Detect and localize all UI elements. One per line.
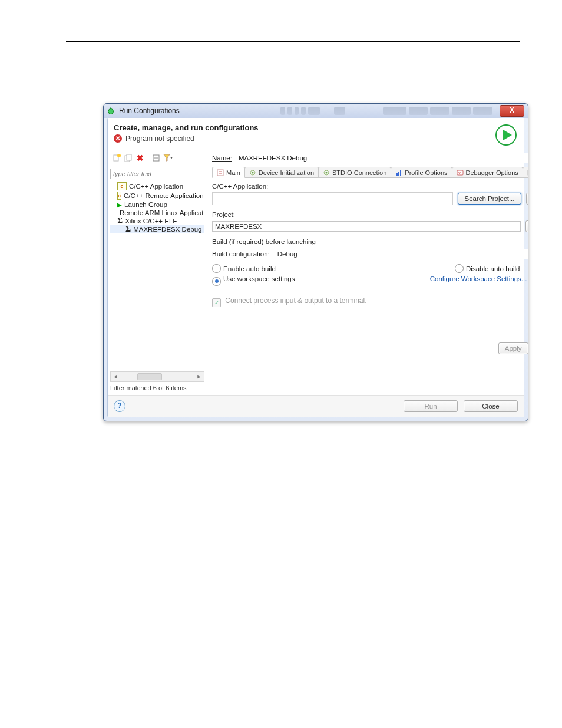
- radio-icon: [212, 277, 221, 286]
- svg-rect-24: [398, 172, 399, 176]
- svg-rect-23: [396, 173, 398, 176]
- radio-enable-auto-build[interactable]: Enable auto build: [212, 264, 276, 273]
- main-panel: Name: MAXREFDESX Debug Main: [207, 149, 528, 395]
- scroll-right-icon[interactable]: ►: [194, 374, 204, 380]
- c-file-icon: c: [117, 182, 127, 190]
- filter-count-label: Filter matched 6 of 6 items: [110, 382, 204, 391]
- sidebar-scrollbar[interactable]: ◄ ►: [110, 371, 204, 382]
- tree-item-c-cpp-application[interactable]: c C/C++ Application: [110, 182, 204, 191]
- window-close-button[interactable]: X: [500, 105, 524, 117]
- configure-workspace-settings-link[interactable]: Configure Workspace Settings...: [430, 275, 527, 286]
- tree-item-xilinx-elf[interactable]: Σ Xilinx C/C++ ELF: [110, 217, 204, 225]
- radio-label: Disable auto build: [466, 265, 520, 272]
- capp-label: C/C++ Application:: [212, 183, 528, 190]
- radio-icon: [212, 264, 221, 273]
- tree-label: Launch Group: [124, 201, 167, 208]
- dialog-heading: Create, manage, and run configurations: [114, 123, 518, 132]
- tree-label: Remote ARM Linux Applicati: [120, 209, 204, 216]
- checkbox-icon[interactable]: [212, 298, 221, 307]
- tab-label: DDevice Initializationevice Initializati…: [259, 169, 314, 176]
- dialog-header: Create, manage, and run configurations ✕…: [108, 118, 524, 149]
- svg-point-9: [117, 154, 121, 157]
- bug-icon: [106, 106, 115, 116]
- titlebar-blur: [280, 104, 492, 118]
- play-icon: ▶: [117, 202, 122, 208]
- tree-item-remote-arm-linux[interactable]: Remote ARM Linux Applicati: [110, 209, 204, 217]
- run-configurations-window: Run Configurations X Create, manage, and…: [103, 103, 528, 421]
- duplicate-config-icon[interactable]: [123, 153, 134, 163]
- tree-label: Xilinx C/C++ ELF: [125, 218, 177, 225]
- config-tree[interactable]: c C/C++ Application c C/C++ Remote Appli…: [110, 182, 204, 369]
- connect-terminal-label: Connect process input & output to a term…: [225, 297, 366, 305]
- search-project-button[interactable]: Search Project...: [458, 193, 521, 205]
- svg-rect-11: [127, 154, 131, 160]
- project-label: Project:Project:: [212, 211, 528, 218]
- window-title: Run Configurations: [119, 107, 180, 115]
- common-tab-icon: [527, 169, 528, 176]
- browse-capp-button[interactable]: Browse...Browse...: [526, 193, 529, 205]
- status-text: Program not specified: [125, 134, 194, 143]
- c-file-icon: c: [117, 192, 121, 200]
- radio-label: Enable auto build: [223, 265, 276, 272]
- error-icon: ✕: [114, 134, 122, 143]
- svg-rect-16: [217, 170, 223, 176]
- gear-icon: [323, 169, 330, 176]
- svg-point-22: [326, 172, 328, 174]
- tab-main[interactable]: Main: [212, 167, 245, 178]
- build-group-title: Build (if required) before launching: [212, 238, 528, 245]
- svg-point-0: [108, 109, 114, 114]
- build-config-label: Build configuration:: [212, 251, 270, 258]
- collapse-all-icon[interactable]: [151, 153, 161, 163]
- profile-icon: [395, 169, 402, 176]
- tree-label: C/C++ Application: [129, 183, 183, 190]
- delete-config-icon[interactable]: ✖: [135, 153, 146, 163]
- filter-input[interactable]: [110, 169, 204, 179]
- run-button[interactable]: Run: [404, 400, 458, 412]
- capp-field[interactable]: [212, 192, 453, 205]
- project-field[interactable]: MAXREFDESX: [212, 221, 521, 232]
- radio-label: Use workspace settings: [223, 275, 295, 282]
- apply-button[interactable]: ApplyApply: [498, 342, 528, 354]
- browse-project-button[interactable]: Browse...Browse...: [525, 220, 528, 232]
- svg-marker-15: [170, 157, 173, 159]
- tree-label: MAXREFDESX Debug: [133, 226, 201, 233]
- tree-item-maxrefdesx-debug[interactable]: Σ MAXREFDESX Debug: [110, 225, 204, 233]
- debugger-icon: x: [457, 169, 464, 176]
- tab-debugger-options[interactable]: x Debugger OptionsDebugger Options: [452, 167, 523, 177]
- tab-stdio-connection[interactable]: STDIO Connection: [318, 167, 391, 177]
- filter-menu-icon[interactable]: [163, 153, 173, 163]
- tab-label: Profile OptionsProfile Options: [405, 169, 447, 176]
- new-config-icon[interactable]: [111, 153, 122, 163]
- radio-icon: [455, 264, 464, 273]
- sidebar: ✖ c C/C++ Application: [108, 149, 207, 395]
- radio-use-workspace-settings[interactable]: Use workspace settings: [212, 275, 295, 286]
- tree-item-c-cpp-remote-application[interactable]: c C/C++ Remote Application: [110, 191, 204, 200]
- titlebar: Run Configurations X: [104, 104, 528, 118]
- svg-rect-25: [400, 170, 401, 176]
- tabbar: Main DDevice Initializationevice Initial…: [212, 167, 528, 178]
- tab-label: STDIO Connection: [332, 169, 386, 176]
- tree-label: C/C++ Remote Application: [124, 192, 204, 199]
- name-field[interactable]: MAXREFDESX Debug: [236, 153, 528, 163]
- sidebar-toolbar: ✖: [110, 151, 204, 166]
- tab-device-initialization[interactable]: DDevice Initializationevice Initializati…: [244, 167, 319, 177]
- build-config-select[interactable]: Debug ▼: [275, 249, 528, 259]
- radio-disable-auto-build[interactable]: Disable auto build: [455, 264, 520, 273]
- svg-text:x: x: [458, 170, 461, 176]
- scroll-left-icon[interactable]: ◄: [111, 374, 120, 380]
- tab-label: Debugger OptionsDebugger Options: [466, 169, 518, 176]
- tab-common[interactable]: CommonCommon: [523, 167, 528, 177]
- tree-item-launch-group[interactable]: ▶ Launch Group: [110, 200, 204, 209]
- select-value: Debug: [277, 251, 297, 258]
- svg-marker-14: [164, 154, 170, 161]
- tab-profile-options[interactable]: Profile OptionsProfile Options: [391, 167, 452, 177]
- run-icon: [494, 123, 518, 147]
- help-icon[interactable]: ?: [114, 400, 125, 412]
- page-rule: [66, 41, 520, 42]
- sigma-icon: Σ: [125, 226, 131, 233]
- gear-icon: [249, 169, 256, 176]
- main-tab-icon: [217, 169, 224, 176]
- scroll-thumb[interactable]: [137, 373, 162, 380]
- close-button[interactable]: Close: [464, 400, 518, 412]
- toolbar-separator: [148, 153, 148, 163]
